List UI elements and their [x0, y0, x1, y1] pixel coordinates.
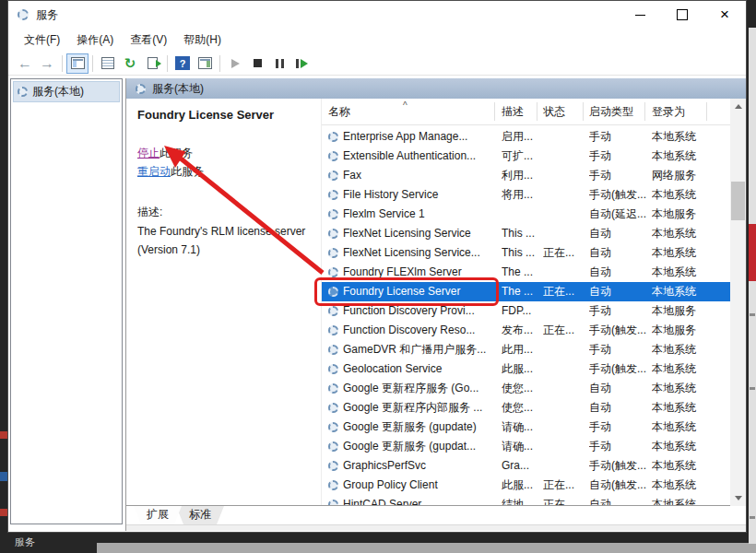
cell-startup: 自动	[589, 398, 650, 418]
service-row[interactable]: Extensible Authentication... 可扩... 手动 本地…	[322, 147, 730, 166]
export-list-button[interactable]	[141, 53, 163, 74]
cell-status: 正在...	[543, 243, 587, 263]
menu-action[interactable]: 操作(A)	[68, 29, 122, 51]
service-row[interactable]: Geolocation Service 此服... 手动(触发... 本地系统	[322, 359, 730, 379]
stop-service-suffix: 此服务	[159, 147, 193, 159]
service-row[interactable]: Google 更新服务 (gupdate) 请确... 手动 本地系统	[322, 418, 730, 437]
service-row[interactable]: GraphicsPerfSvc Gra... 手动(触发... 本地系统	[322, 456, 730, 476]
service-row[interactable]: FlexNet Licensing Service... This ... 正在…	[322, 243, 730, 263]
scroll-up-button[interactable]	[730, 99, 746, 114]
column-separator[interactable]	[494, 102, 495, 121]
toolbar: ← → ↻ ?	[8, 52, 746, 76]
column-separator[interactable]	[537, 102, 537, 121]
cell-desc: 使您...	[502, 398, 542, 418]
scroll-down-button[interactable]	[730, 490, 746, 506]
column-separator[interactable]	[583, 102, 584, 121]
properties-button[interactable]	[97, 53, 119, 74]
restart-service-link[interactable]: 重启动	[137, 165, 171, 178]
cell-desc: 利用...	[502, 166, 542, 185]
column-separator[interactable]	[644, 102, 645, 121]
service-gear-icon	[328, 132, 338, 142]
service-row[interactable]: Foundry FLEXlm Server The ... 自动 本地系统	[322, 263, 730, 282]
maximize-button[interactable]	[661, 1, 703, 29]
cell-startup: 手动	[589, 127, 650, 147]
column-header-name[interactable]: 名称	[328, 104, 350, 120]
service-gear-icon	[328, 248, 338, 258]
column-header-logon[interactable]: 登录为	[652, 104, 685, 120]
service-row[interactable]: Group Policy Client 此服... 正在... 自动(触发...…	[322, 476, 730, 495]
start-service-button[interactable]	[224, 53, 246, 74]
service-row[interactable]: Fax 利用... 手动 网络服务	[322, 166, 730, 185]
cell-logon: 本地系统	[652, 359, 730, 379]
show-console-tree-button[interactable]	[66, 53, 89, 74]
stop-service-link[interactable]: 停止	[137, 147, 159, 159]
cell-desc: 可扩...	[502, 147, 542, 166]
cell-name: Google 更新服务 (gupdat...	[343, 437, 498, 456]
cell-desc: 请确...	[502, 418, 542, 437]
description-label: 描述:	[137, 205, 317, 220]
tab-extended[interactable]: 扩展	[134, 506, 182, 524]
stop-service-button[interactable]	[246, 53, 268, 74]
service-row[interactable]: Google 更新服务 (gupdat... 请确... 手动 本地系统	[322, 437, 730, 456]
column-header-desc[interactable]: 描述	[502, 104, 524, 120]
tab-standard[interactable]: 标准	[176, 506, 224, 524]
show-action-pane-button[interactable]	[194, 53, 216, 74]
console-tree-icon	[71, 57, 85, 69]
service-gear-icon	[328, 461, 338, 471]
cell-name: Enterprise App Manage...	[343, 127, 498, 147]
forward-icon: →	[40, 56, 54, 71]
column-header-status[interactable]: 状态	[543, 104, 565, 120]
scroll-down-icon	[735, 496, 742, 500]
services-app-icon	[18, 9, 29, 20]
service-row[interactable]: Google 更新程序服务 (Go... 使您... 自动 本地系统	[322, 379, 730, 398]
column-separator[interactable]	[706, 102, 707, 121]
back-icon: ←	[18, 56, 32, 71]
menu-view[interactable]: 查看(V)	[122, 29, 175, 51]
cell-startup: 自动	[589, 379, 650, 398]
minimize-button[interactable]	[619, 1, 661, 29]
cell-name: Function Discovery Provi...	[343, 301, 498, 321]
service-gear-icon	[328, 364, 338, 374]
service-row[interactable]: Function Discovery Reso... 发布... 正在... 手…	[322, 321, 730, 340]
cell-desc: Gra...	[502, 456, 542, 476]
service-row[interactable]: File History Service 将用... 手动(触发... 本地系统	[322, 185, 730, 205]
restart-icon	[296, 59, 308, 68]
service-row[interactable]: Enterprise App Manage... 启用... 手动 本地系统	[322, 127, 730, 147]
scrollbar-thumb[interactable]	[731, 182, 745, 220]
forward-button[interactable]: →	[36, 53, 58, 74]
toolbar-separator	[92, 55, 93, 72]
restart-service-button[interactable]	[290, 53, 313, 74]
close-button[interactable]: ×	[703, 1, 746, 29]
pause-service-button[interactable]	[268, 53, 290, 74]
service-gear-icon	[328, 267, 338, 277]
cell-name: GraphicsPerfSvc	[343, 456, 498, 476]
view-tabstrip: 扩展 标准	[126, 505, 730, 525]
service-gear-icon	[328, 325, 338, 335]
menu-help[interactable]: 帮助(H)	[175, 29, 230, 51]
cell-desc: 此服...	[502, 359, 542, 379]
cell-startup: 手动	[589, 166, 650, 185]
help-button[interactable]: ?	[171, 53, 194, 74]
cell-name: Function Discovery Reso...	[343, 321, 498, 340]
extended-description-pane: Foundry License Server 停止此服务 重启动此服务 描述: …	[126, 99, 321, 506]
service-row[interactable]: Function Discovery Provi... FDP... 手动 本地…	[322, 301, 730, 321]
service-row[interactable]: GameDVR 和广播用户服务... 此用... 手动 本地系统	[322, 340, 730, 359]
back-button[interactable]: ←	[14, 53, 36, 74]
tree-item-services-local[interactable]: 服务(本地)	[13, 81, 120, 102]
refresh-button[interactable]: ↻	[119, 53, 141, 74]
service-row[interactable]: Flexlm Service 1 自动(延迟... 本地服务	[322, 205, 730, 224]
maximize-icon	[677, 9, 688, 20]
service-row[interactable]: FlexNet Licensing Service This ... 自动 本地…	[322, 224, 730, 243]
service-gear-icon	[328, 383, 338, 394]
cell-logon: 本地系统	[652, 263, 730, 282]
menu-file[interactable]: 文件(F)	[16, 29, 68, 51]
service-gear-icon	[328, 190, 338, 200]
vertical-scrollbar[interactable]	[730, 99, 746, 506]
cell-desc: 此服...	[502, 476, 542, 495]
service-row[interactable]: Google 更新程序内部服务 ... 使您... 自动 本地系统	[322, 398, 730, 418]
background-fragment	[750, 516, 755, 519]
background-window-strip	[97, 543, 756, 553]
column-header-startup[interactable]: 启动类型	[589, 104, 633, 120]
toolbar-separator	[62, 55, 63, 72]
service-row[interactable]: Foundry License Server The ... 正在... 自动 …	[322, 282, 730, 301]
